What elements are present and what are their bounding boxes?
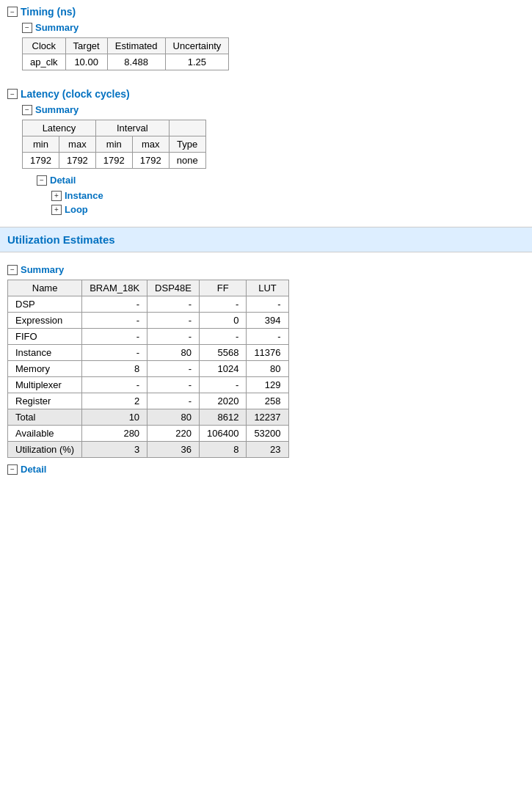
util-name-expression: Expression <box>8 313 82 329</box>
latency-header: − Latency (clock cycles) <box>7 88 525 100</box>
util-name-dsp: DSP <box>8 296 82 313</box>
util-detail-toggle[interactable]: − <box>7 464 18 475</box>
util-row-available: Available 280 220 106400 53200 <box>8 426 289 442</box>
latency-toggle[interactable]: − <box>7 89 18 99</box>
utilization-section-header: Utilization Estimates <box>0 227 532 252</box>
util-lut-memory: 80 <box>247 361 288 377</box>
util-ff-total: 8612 <box>199 409 246 426</box>
latency-max2-val: 1792 <box>132 153 169 169</box>
util-lut-expression: 394 <box>247 313 288 329</box>
latency-detail-loop: + Loop <box>51 204 525 215</box>
timing-table-row: ap_clk 10.00 8.488 1.25 <box>23 54 229 70</box>
latency-col-interval: Interval <box>95 120 169 136</box>
util-bram-instance: - <box>82 345 147 361</box>
util-row-memory: Memory 8 - 1024 80 <box>8 361 289 377</box>
util-name-available: Available <box>8 426 82 442</box>
timing-uncertainty-val: 1.25 <box>165 54 229 70</box>
latency-detail-title: Detail <box>50 175 76 186</box>
timing-col-uncertainty: Uncertainty <box>165 38 229 54</box>
timing-target-val: 10.00 <box>65 54 107 70</box>
util-lut-dsp: - <box>247 296 288 313</box>
timing-col-clock: Clock <box>23 38 66 54</box>
util-ff-register: 2020 <box>199 393 246 409</box>
util-dsp-multiplexer: - <box>147 377 200 393</box>
util-detail-title: Detail <box>21 464 46 475</box>
latency-header-row2: min max min max Type <box>23 136 206 153</box>
latency-detail-toggle[interactable]: − <box>37 175 47 186</box>
latency-col-min2: min <box>95 136 132 153</box>
util-dsp-memory: - <box>147 361 200 377</box>
latency-min2-val: 1792 <box>95 153 132 169</box>
util-lut-total: 12237 <box>247 409 288 426</box>
latency-col-max2: max <box>132 136 169 153</box>
timing-title: Timing (ns) <box>21 6 76 18</box>
util-name-memory: Memory <box>8 361 82 377</box>
timing-estimated-val: 8.488 <box>107 54 165 70</box>
util-name-multiplexer: Multiplexer <box>8 377 82 393</box>
utilization-header-row: Name BRAM_18K DSP48E FF LUT <box>8 280 289 296</box>
loop-label[interactable]: Loop <box>65 204 88 215</box>
util-ff-fifo: - <box>199 329 246 345</box>
timing-toggle[interactable]: − <box>7 7 18 17</box>
util-row-instance: Instance - 80 5568 11376 <box>8 345 289 361</box>
latency-col-type-empty <box>169 120 205 136</box>
util-lut-multiplexer: 129 <box>247 377 288 393</box>
util-row-fifo: FIFO - - - - <box>8 329 289 345</box>
util-bram-expression: - <box>82 313 147 329</box>
util-lut-utilization: 23 <box>247 442 288 458</box>
util-ff-instance: 5568 <box>199 345 246 361</box>
utilization-section: − Summary Name BRAM_18K DSP48E FF LUT DS… <box>0 258 532 485</box>
utilization-summary-toggle[interactable]: − <box>7 265 18 275</box>
util-row-multiplexer: Multiplexer - - - 129 <box>8 377 289 393</box>
util-dsp-register: - <box>147 393 200 409</box>
latency-summary-toggle[interactable]: − <box>22 105 32 115</box>
utilization-summary-title: Summary <box>21 264 64 275</box>
util-name-fifo: FIFO <box>8 329 82 345</box>
util-row-register: Register 2 - 2020 258 <box>8 393 289 409</box>
util-ff-memory: 1024 <box>199 361 246 377</box>
latency-table-row: 1792 1792 1792 1792 none <box>23 153 206 169</box>
loop-toggle[interactable]: + <box>51 205 62 215</box>
util-bram-utilization: 3 <box>82 442 147 458</box>
util-dsp-utilization: 36 <box>147 442 200 458</box>
util-bram-fifo: - <box>82 329 147 345</box>
util-col-lut: LUT <box>247 280 288 296</box>
util-dsp-fifo: - <box>147 329 200 345</box>
timing-col-estimated: Estimated <box>107 38 165 54</box>
latency-min1-val: 1792 <box>23 153 59 169</box>
util-ff-expression: 0 <box>199 313 246 329</box>
util-ff-utilization: 8 <box>199 442 246 458</box>
latency-title: Latency (clock cycles) <box>21 88 130 100</box>
instance-label[interactable]: Instance <box>65 190 103 201</box>
util-ff-multiplexer: - <box>199 377 246 393</box>
util-row-total: Total 10 80 8612 12237 <box>8 409 289 426</box>
util-col-ff: FF <box>199 280 246 296</box>
latency-header-row1: Latency Interval <box>23 120 206 136</box>
timing-clock-val: ap_clk <box>23 54 66 70</box>
util-col-name: Name <box>8 280 82 296</box>
timing-col-target: Target <box>65 38 107 54</box>
utilization-table: Name BRAM_18K DSP48E FF LUT DSP - - - - … <box>7 280 289 458</box>
util-lut-register: 258 <box>247 393 288 409</box>
latency-detail-section: − Detail + Instance + Loop <box>37 175 525 215</box>
latency-type-val: none <box>169 153 205 169</box>
util-row-dsp: DSP - - - - <box>8 296 289 313</box>
util-dsp-dsp: - <box>147 296 200 313</box>
util-bram-register: 2 <box>82 393 147 409</box>
util-lut-instance: 11376 <box>247 345 288 361</box>
timing-summary-title: Summary <box>35 22 79 33</box>
timing-summary-section: − Summary Clock Target Estimated Uncerta… <box>22 22 525 70</box>
util-col-bram: BRAM_18K <box>82 280 147 296</box>
timing-summary-toggle[interactable]: − <box>22 23 32 33</box>
util-dsp-instance: 80 <box>147 345 200 361</box>
util-row-utilization: Utilization (%) 3 36 8 23 <box>8 442 289 458</box>
timing-section: − Timing (ns) − Summary Clock Target Est… <box>0 0 532 82</box>
latency-col-min1: min <box>23 136 59 153</box>
util-bram-multiplexer: - <box>82 377 147 393</box>
util-bram-total: 10 <box>82 409 147 426</box>
latency-detail-instance: + Instance <box>51 190 525 201</box>
instance-toggle[interactable]: + <box>51 191 62 201</box>
timing-table-header-row: Clock Target Estimated Uncertainty <box>23 38 229 54</box>
latency-summary-title: Summary <box>35 104 79 115</box>
util-col-dsp: DSP48E <box>147 280 200 296</box>
